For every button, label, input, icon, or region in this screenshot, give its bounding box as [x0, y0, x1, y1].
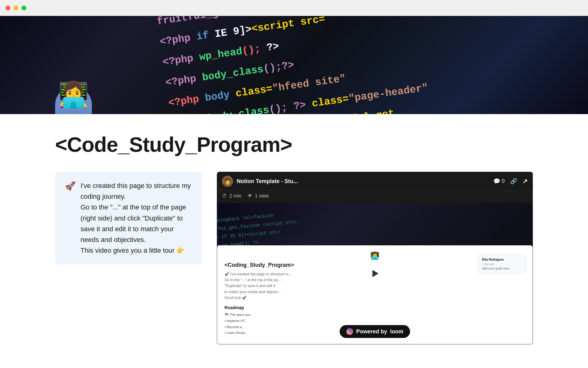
main-content: rel=pingback rel=favicon fruitful_get_fa… [0, 16, 588, 368]
loom-label: loom [390, 328, 403, 335]
play-icon [372, 270, 379, 277]
video-views: 1 view [255, 193, 269, 199]
titlebar [0, 0, 588, 16]
comment-count: 0 [502, 178, 505, 184]
views-stat: 1 view [247, 193, 269, 199]
video-topbar: 👩 Notion Template - Stu... 0 [217, 172, 533, 190]
video-stats-bar: 2 min 1 view [217, 190, 533, 203]
maximize-button[interactable] [21, 6, 26, 10]
video-duration: 2 min [229, 193, 241, 199]
minimize-button[interactable] [13, 6, 18, 10]
inner-comment-box: Rita Rodrigues 1 day ago Add your goals … [477, 255, 526, 274]
inner-comment-time: 1 day ago [482, 263, 522, 266]
page-body: <Code_Study_Program> 🚀 I've created this… [0, 114, 588, 368]
close-button[interactable] [6, 6, 10, 10]
inner-comment-user: Rita Rodrigues [482, 258, 522, 261]
avatar-emoji: 👩‍💻 [58, 80, 89, 109]
share-action[interactable] [522, 178, 528, 185]
avatar-container: 👩‍💻 [55, 86, 92, 114]
video-card[interactable]: 👩 Notion Template - Stu... 0 [217, 172, 533, 344]
comment-action[interactable]: 0 [493, 178, 505, 185]
play-button[interactable] [366, 264, 384, 283]
share-icon [522, 178, 528, 185]
video-title: Notion Template - Stu... [237, 178, 490, 185]
callout-text: I've created this page to structure my c… [81, 180, 192, 256]
two-col-layout: 🚀 I've created this page to structure my… [55, 172, 533, 344]
hero-banner: rel=pingback rel=favicon fruitful_get_fa… [0, 16, 588, 114]
comment-icon [493, 178, 500, 185]
inner-comment-text: Add your goals here [482, 267, 522, 270]
duration-stat: 2 min [222, 193, 241, 199]
loom-logo-icon [346, 328, 353, 335]
callout-box: 🚀 I've created this page to structure my… [55, 172, 202, 264]
rocket-icon: 🚀 [65, 181, 76, 256]
video-thumbnail[interactable]: rel= pingback rel=favicon fruitful_get_f… [217, 203, 533, 344]
page-title: <Code_Study_Program> [55, 132, 533, 156]
clock-icon [222, 193, 227, 199]
user-avatar-emoji: 👩 [224, 178, 232, 185]
link-icon [510, 178, 517, 185]
eye-icon [247, 193, 252, 199]
loom-badge[interactable]: Powered by loom [340, 325, 410, 338]
video-user-avatar: 👩 [222, 176, 233, 187]
link-action[interactable] [510, 178, 517, 185]
powered-by-label: Powered by [356, 328, 387, 335]
video-actions: 0 [493, 178, 528, 185]
inner-roadmap-title: Roadmap [224, 305, 525, 310]
